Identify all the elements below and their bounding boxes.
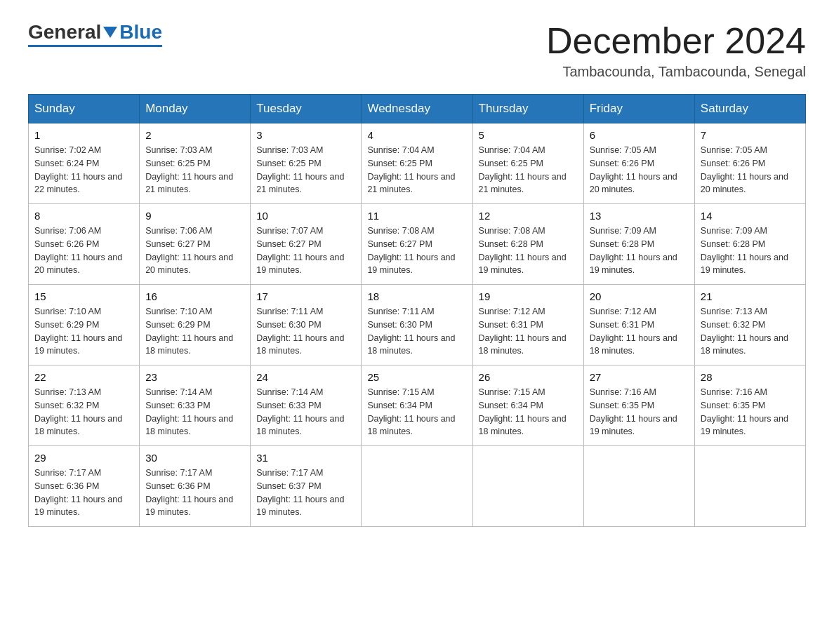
day-cell: 29 Sunrise: 7:17 AMSunset: 6:36 PMDaylig… xyxy=(29,446,140,527)
week-row-2: 8 Sunrise: 7:06 AMSunset: 6:26 PMDayligh… xyxy=(29,204,806,285)
day-cell: 21 Sunrise: 7:13 AMSunset: 6:32 PMDaylig… xyxy=(694,285,805,365)
day-cell: 22 Sunrise: 7:13 AMSunset: 6:32 PMDaylig… xyxy=(29,365,140,446)
day-cell: 20 Sunrise: 7:12 AMSunset: 6:31 PMDaylig… xyxy=(583,285,694,365)
day-cell: 19 Sunrise: 7:12 AMSunset: 6:31 PMDaylig… xyxy=(472,285,583,365)
page-header: General Blue December 2024 Tambacounda, … xyxy=(28,21,806,80)
week-row-5: 29 Sunrise: 7:17 AMSunset: 6:36 PMDaylig… xyxy=(29,446,806,527)
day-cell: 16 Sunrise: 7:10 AMSunset: 6:29 PMDaylig… xyxy=(140,285,251,365)
day-cell: 3 Sunrise: 7:03 AMSunset: 6:25 PMDayligh… xyxy=(251,123,362,204)
day-cell: 24 Sunrise: 7:14 AMSunset: 6:33 PMDaylig… xyxy=(251,365,362,446)
day-cell: 23 Sunrise: 7:14 AMSunset: 6:33 PMDaylig… xyxy=(140,365,251,446)
day-info: Sunrise: 7:17 AMSunset: 6:36 PMDaylight:… xyxy=(34,467,133,519)
day-number: 29 xyxy=(34,452,133,464)
week-row-1: 1 Sunrise: 7:02 AMSunset: 6:24 PMDayligh… xyxy=(29,123,806,204)
day-cell: 4 Sunrise: 7:04 AMSunset: 6:25 PMDayligh… xyxy=(362,123,472,204)
day-info: Sunrise: 7:03 AMSunset: 6:25 PMDaylight:… xyxy=(256,144,355,196)
day-info: Sunrise: 7:12 AMSunset: 6:31 PMDaylight:… xyxy=(479,305,578,358)
day-info: Sunrise: 7:06 AMSunset: 6:27 PMDaylight:… xyxy=(145,224,244,277)
day-number: 6 xyxy=(590,129,689,141)
day-info: Sunrise: 7:13 AMSunset: 6:32 PMDaylight:… xyxy=(701,305,800,358)
day-info: Sunrise: 7:16 AMSunset: 6:35 PMDaylight:… xyxy=(701,386,800,438)
day-info: Sunrise: 7:15 AMSunset: 6:34 PMDaylight:… xyxy=(479,386,578,438)
day-info: Sunrise: 7:06 AMSunset: 6:26 PMDaylight:… xyxy=(34,224,133,277)
day-info: Sunrise: 7:11 AMSunset: 6:30 PMDaylight:… xyxy=(256,305,355,358)
day-info: Sunrise: 7:14 AMSunset: 6:33 PMDaylight:… xyxy=(256,386,355,438)
day-cell: 27 Sunrise: 7:16 AMSunset: 6:35 PMDaylig… xyxy=(583,365,694,446)
day-cell: 17 Sunrise: 7:11 AMSunset: 6:30 PMDaylig… xyxy=(251,285,362,365)
day-number: 22 xyxy=(34,371,133,383)
day-number: 8 xyxy=(34,210,133,222)
day-info: Sunrise: 7:02 AMSunset: 6:24 PMDaylight:… xyxy=(34,144,133,196)
week-row-3: 15 Sunrise: 7:10 AMSunset: 6:29 PMDaylig… xyxy=(29,285,806,365)
day-info: Sunrise: 7:09 AMSunset: 6:28 PMDaylight:… xyxy=(590,224,689,277)
day-cell: 28 Sunrise: 7:16 AMSunset: 6:35 PMDaylig… xyxy=(694,365,805,446)
month-title: December 2024 xyxy=(546,21,806,61)
day-number: 14 xyxy=(701,210,800,222)
day-info: Sunrise: 7:10 AMSunset: 6:29 PMDaylight:… xyxy=(34,305,133,358)
day-info: Sunrise: 7:08 AMSunset: 6:27 PMDaylight:… xyxy=(367,224,466,277)
day-number: 12 xyxy=(479,210,578,222)
day-info: Sunrise: 7:05 AMSunset: 6:26 PMDaylight:… xyxy=(590,144,689,196)
logo-triangle-icon xyxy=(103,27,117,38)
day-number: 28 xyxy=(701,371,800,383)
day-header-thursday: Thursday xyxy=(472,95,583,123)
day-number: 20 xyxy=(590,290,689,302)
day-info: Sunrise: 7:05 AMSunset: 6:26 PMDaylight:… xyxy=(701,144,800,196)
day-header-friday: Friday xyxy=(583,95,694,123)
day-number: 31 xyxy=(256,452,355,464)
day-cell: 5 Sunrise: 7:04 AMSunset: 6:25 PMDayligh… xyxy=(472,123,583,204)
day-info: Sunrise: 7:03 AMSunset: 6:25 PMDaylight:… xyxy=(145,144,244,196)
week-row-4: 22 Sunrise: 7:13 AMSunset: 6:32 PMDaylig… xyxy=(29,365,806,446)
day-cell xyxy=(472,446,583,527)
day-cell xyxy=(362,446,472,527)
day-number: 17 xyxy=(256,290,355,302)
day-headers-row: SundayMondayTuesdayWednesdayThursdayFrid… xyxy=(29,95,806,123)
day-cell: 26 Sunrise: 7:15 AMSunset: 6:34 PMDaylig… xyxy=(472,365,583,446)
day-number: 18 xyxy=(367,290,466,302)
day-number: 10 xyxy=(256,210,355,222)
day-info: Sunrise: 7:04 AMSunset: 6:25 PMDaylight:… xyxy=(479,144,578,196)
day-info: Sunrise: 7:14 AMSunset: 6:33 PMDaylight:… xyxy=(145,386,244,438)
day-header-saturday: Saturday xyxy=(694,95,805,123)
day-number: 9 xyxy=(145,210,244,222)
day-info: Sunrise: 7:16 AMSunset: 6:35 PMDaylight:… xyxy=(590,386,689,438)
day-cell: 9 Sunrise: 7:06 AMSunset: 6:27 PMDayligh… xyxy=(140,204,251,285)
day-cell: 1 Sunrise: 7:02 AMSunset: 6:24 PMDayligh… xyxy=(29,123,140,204)
day-cell: 31 Sunrise: 7:17 AMSunset: 6:37 PMDaylig… xyxy=(251,446,362,527)
day-number: 1 xyxy=(34,129,133,141)
day-info: Sunrise: 7:04 AMSunset: 6:25 PMDaylight:… xyxy=(367,144,466,196)
logo-general-text: General xyxy=(28,21,101,43)
title-block: December 2024 Tambacounda, Tambacounda, … xyxy=(546,21,806,80)
day-info: Sunrise: 7:10 AMSunset: 6:29 PMDaylight:… xyxy=(145,305,244,358)
day-number: 27 xyxy=(590,371,689,383)
day-cell: 7 Sunrise: 7:05 AMSunset: 6:26 PMDayligh… xyxy=(694,123,805,204)
day-number: 7 xyxy=(701,129,800,141)
calendar-table: SundayMondayTuesdayWednesdayThursdayFrid… xyxy=(28,94,806,527)
day-number: 25 xyxy=(367,371,466,383)
day-cell: 15 Sunrise: 7:10 AMSunset: 6:29 PMDaylig… xyxy=(29,285,140,365)
day-info: Sunrise: 7:11 AMSunset: 6:30 PMDaylight:… xyxy=(367,305,466,358)
day-info: Sunrise: 7:13 AMSunset: 6:32 PMDaylight:… xyxy=(34,386,133,438)
day-number: 24 xyxy=(256,371,355,383)
day-header-wednesday: Wednesday xyxy=(362,95,472,123)
logo-blue-text: Blue xyxy=(119,21,162,43)
day-number: 26 xyxy=(479,371,578,383)
location-title: Tambacounda, Tambacounda, Senegal xyxy=(546,64,806,80)
day-info: Sunrise: 7:17 AMSunset: 6:37 PMDaylight:… xyxy=(256,467,355,519)
day-number: 21 xyxy=(701,290,800,302)
day-cell: 11 Sunrise: 7:08 AMSunset: 6:27 PMDaylig… xyxy=(362,204,472,285)
day-number: 3 xyxy=(256,129,355,141)
day-number: 19 xyxy=(479,290,578,302)
day-info: Sunrise: 7:07 AMSunset: 6:27 PMDaylight:… xyxy=(256,224,355,277)
day-info: Sunrise: 7:09 AMSunset: 6:28 PMDaylight:… xyxy=(701,224,800,277)
day-cell: 13 Sunrise: 7:09 AMSunset: 6:28 PMDaylig… xyxy=(583,204,694,285)
day-cell: 30 Sunrise: 7:17 AMSunset: 6:36 PMDaylig… xyxy=(140,446,251,527)
day-info: Sunrise: 7:12 AMSunset: 6:31 PMDaylight:… xyxy=(590,305,689,358)
day-number: 5 xyxy=(479,129,578,141)
day-number: 30 xyxy=(145,452,244,464)
day-number: 2 xyxy=(145,129,244,141)
day-info: Sunrise: 7:15 AMSunset: 6:34 PMDaylight:… xyxy=(367,386,466,438)
day-cell: 14 Sunrise: 7:09 AMSunset: 6:28 PMDaylig… xyxy=(694,204,805,285)
day-number: 16 xyxy=(145,290,244,302)
day-cell xyxy=(694,446,805,527)
